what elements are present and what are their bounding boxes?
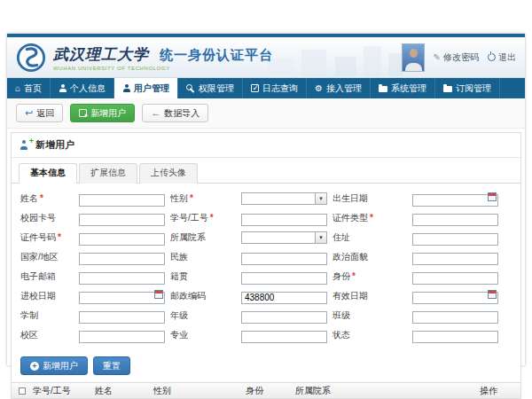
- email-input[interactable]: [79, 272, 165, 285]
- plus-badge-icon: +: [29, 137, 34, 145]
- ethnicity-label: 民族: [170, 251, 236, 263]
- back-button[interactable]: ↩ 返回: [16, 104, 63, 122]
- calendar-icon[interactable]: [154, 290, 163, 299]
- id-type-label: 证件类型*: [332, 212, 407, 224]
- calendar-icon[interactable]: [488, 192, 497, 201]
- cityscape-watermark: [250, 44, 419, 76]
- major-label: 专业: [170, 329, 236, 341]
- reset-button[interactable]: 重置: [93, 356, 130, 375]
- native-place-input[interactable]: [241, 272, 327, 285]
- enrollment-date-input[interactable]: [79, 292, 165, 304]
- id-type-input[interactable]: [412, 214, 498, 226]
- required-star: *: [40, 193, 43, 203]
- form-tabs: 基本信息扩展信息上传头像: [12, 158, 520, 184]
- political-status-label: 政治面貌: [332, 251, 407, 263]
- nav-item-system-management[interactable]: 系统管理: [371, 78, 435, 98]
- country-region-label: 国家/地区: [20, 251, 74, 263]
- schooling-length-label: 学制: [20, 309, 74, 322]
- address-label: 住址: [332, 231, 407, 244]
- postal-code-label: 邮政编码: [170, 290, 236, 302]
- required-star: *: [190, 193, 193, 203]
- nav-item-label: 首页: [24, 82, 42, 95]
- submit-add-user-button[interactable]: + 新增用户: [20, 356, 88, 375]
- home-icon: ⌂: [15, 84, 20, 93]
- column-header-5: 所属院系: [295, 385, 480, 397]
- user-bar: ✎ 修改密码 退出: [402, 43, 516, 72]
- form-actions: + 新增用户 重置: [12, 350, 520, 382]
- name-cell: [79, 191, 165, 207]
- ethnicity-input[interactable]: [241, 253, 327, 265]
- select-all-checkbox[interactable]: [19, 387, 26, 395]
- gear-icon: ⚙: [315, 84, 323, 93]
- power-icon: [488, 53, 496, 61]
- reset-label: 重置: [103, 360, 121, 372]
- nav-item-personal-info[interactable]: 个人信息: [51, 78, 114, 98]
- valid-date-input[interactable]: [412, 292, 498, 304]
- nav-item-user-management[interactable]: 用户管理: [114, 78, 178, 98]
- dropdown-arrow-icon: ▼: [315, 232, 326, 243]
- department-select[interactable]: ▼: [241, 231, 327, 244]
- id-number-label: 证件号码*: [20, 231, 74, 244]
- grade-input[interactable]: [241, 311, 327, 324]
- folder-icon: [379, 86, 387, 92]
- tab-upload-avatar[interactable]: 上传头像: [139, 163, 198, 184]
- name-label: 姓名*: [20, 192, 74, 205]
- native-place-cell: [241, 269, 327, 285]
- brand-titles: 武汉理工大学 统一身份认证平台 WUHAN UNIVERSITY OF TECH…: [53, 44, 273, 71]
- political-status-input[interactable]: [412, 253, 498, 265]
- nav-item-label: 用户管理: [134, 82, 169, 95]
- campus-input[interactable]: [79, 331, 165, 343]
- schooling-length-input[interactable]: [79, 311, 165, 324]
- nav-item-access-management[interactable]: ⚙接入管理: [307, 78, 371, 98]
- logout-link[interactable]: 退出: [488, 51, 516, 64]
- change-password-link[interactable]: ✎ 修改密码: [434, 51, 479, 64]
- nav-item-home[interactable]: ⌂首页: [7, 78, 51, 98]
- major-input[interactable]: [241, 331, 327, 343]
- valid-date-cell: [412, 288, 498, 304]
- identity-label: 身份*: [332, 270, 407, 283]
- tab-basic-info[interactable]: 基本信息: [19, 163, 77, 184]
- postal-code-input[interactable]: [241, 292, 327, 304]
- campus-card-no-input[interactable]: [79, 214, 165, 226]
- id-number-cell: [79, 230, 165, 246]
- department-selected-value: [242, 232, 315, 243]
- birth-date-input[interactable]: [412, 194, 498, 207]
- name-input[interactable]: [79, 194, 165, 207]
- data-import-button[interactable]: ← 数据导入: [142, 104, 208, 122]
- student-id-cell: [241, 210, 327, 226]
- pencil-icon: ✎: [434, 53, 441, 62]
- university-name: 武汉理工大学: [53, 44, 149, 65]
- class-input[interactable]: [412, 311, 498, 324]
- enrollment-date-label: 进校日期: [20, 290, 74, 302]
- grade-label: 年级: [170, 309, 236, 322]
- logout-label: 退出: [498, 51, 516, 64]
- new-user-form: 姓名*性别*▼出生日期校园卡号学号/工号*证件类型*证件号码*所属院系▼住址国家…: [12, 184, 520, 350]
- nav-item-permission-management[interactable]: 权限管理: [178, 78, 243, 98]
- nav-item-subscription-management[interactable]: 订阅管理: [435, 78, 500, 98]
- class-label: 班级: [332, 309, 407, 322]
- nav-item-log-query[interactable]: 日志查询: [243, 78, 307, 98]
- id-number-input[interactable]: [79, 233, 165, 246]
- birth-date-cell: [412, 191, 498, 207]
- gender-cell: ▼: [241, 192, 327, 205]
- gender-select[interactable]: ▼: [241, 192, 327, 205]
- new-form-icon: [79, 109, 87, 117]
- user-icon: [59, 84, 66, 92]
- nav-item-label: 订阅管理: [456, 82, 491, 95]
- add-user-toolbar-button[interactable]: 新增用户: [70, 104, 135, 122]
- country-region-input[interactable]: [79, 253, 165, 265]
- student-id-label: 学号/工号*: [170, 212, 236, 224]
- department-label: 所属院系: [170, 231, 236, 244]
- student-id-input[interactable]: [241, 214, 327, 226]
- section-title: + 新增用户: [12, 133, 520, 158]
- gender-label: 性别*: [170, 192, 236, 205]
- identity-input[interactable]: [412, 272, 498, 285]
- calendar-icon[interactable]: [488, 290, 497, 299]
- column-header-2: 姓名: [95, 385, 153, 397]
- schooling-length-cell: [79, 308, 165, 324]
- tab-extended-info[interactable]: 扩展信息: [79, 163, 137, 184]
- department-cell: ▼: [241, 231, 327, 244]
- status-input[interactable]: [412, 331, 498, 343]
- address-input[interactable]: [412, 233, 498, 246]
- add-user-icon: +: [20, 140, 29, 150]
